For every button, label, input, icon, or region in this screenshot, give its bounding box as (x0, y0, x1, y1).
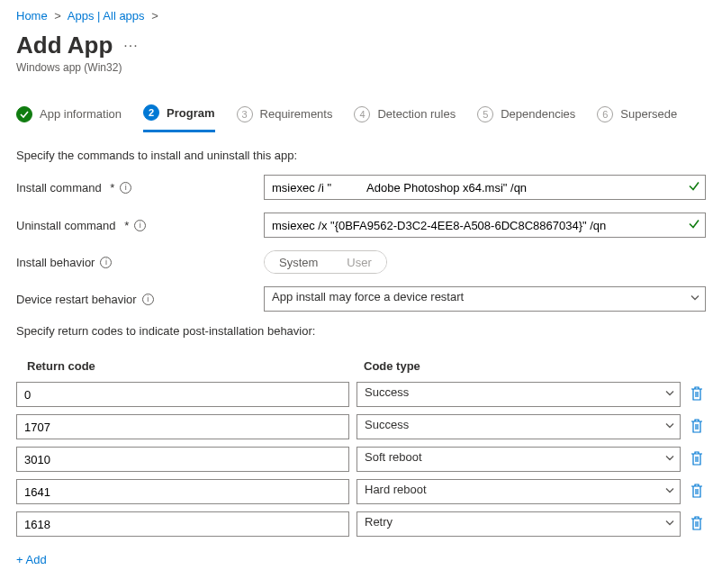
page-subtitle: Windows app (Win32) (16, 61, 706, 74)
step-number-icon: 2 (143, 104, 159, 121)
step-number-icon: 6 (597, 106, 613, 122)
return-code-input[interactable] (16, 447, 349, 472)
uninstall-command-label: Uninstall command * i (16, 219, 264, 232)
tab-label: App information (40, 107, 122, 121)
breadcrumb: Home > Apps | All apps > (16, 9, 706, 23)
code-type-select[interactable]: Retry (356, 511, 681, 537)
rc-header-code: Return code (16, 359, 358, 373)
tab-supersede[interactable]: 6 Supersede (597, 99, 677, 132)
step-number-icon: 4 (354, 106, 370, 122)
tab-dependencies[interactable]: 5 Dependencies (477, 99, 575, 132)
tab-label: Program (167, 106, 214, 120)
info-icon[interactable]: i (120, 182, 131, 194)
return-code-row: Retry (16, 511, 706, 537)
check-icon (688, 218, 700, 233)
tab-requirements[interactable]: 3 Requirements (237, 99, 333, 132)
install-behavior-label: Install behavior i (16, 256, 264, 269)
install-command-input[interactable] (264, 175, 706, 200)
code-type-select[interactable]: Success (356, 414, 681, 439)
return-code-input[interactable] (16, 382, 349, 407)
code-type-select[interactable]: Success (356, 382, 681, 407)
section-intro: Specify the commands to install and unin… (16, 149, 706, 162)
breadcrumb-sep: > (54, 9, 61, 23)
delete-row-button[interactable] (688, 450, 706, 468)
wizard-tabs: App information 2 Program 3 Requirements… (16, 99, 706, 132)
tab-detection-rules[interactable]: 4 Detection rules (354, 99, 456, 132)
return-code-row: Success (16, 382, 706, 407)
step-number-icon: 5 (477, 106, 493, 122)
delete-row-button[interactable] (688, 418, 706, 436)
code-type-select[interactable]: Soft reboot (356, 447, 681, 472)
tab-app-information[interactable]: App information (16, 99, 122, 132)
breadcrumb-sep: > (151, 9, 158, 23)
delete-row-button[interactable] (688, 385, 706, 403)
breadcrumb-home[interactable]: Home (16, 9, 48, 23)
install-behavior-toggle: System User (264, 250, 387, 274)
return-code-row: Soft reboot (16, 447, 706, 472)
info-icon[interactable]: i (100, 257, 112, 268)
tab-label: Dependencies (501, 107, 575, 121)
install-behavior-user[interactable]: User (332, 251, 385, 273)
tab-label: Detection rules (377, 107, 456, 121)
trash-icon (690, 451, 703, 468)
return-codes-intro: Specify return codes to indicate post-in… (16, 324, 706, 338)
info-icon[interactable]: i (142, 294, 154, 305)
return-code-row: Success (16, 414, 706, 439)
install-behavior-system[interactable]: System (265, 251, 332, 273)
step-number-icon: 3 (237, 106, 253, 122)
more-actions-icon[interactable]: ··· (123, 38, 138, 54)
return-code-input[interactable] (16, 414, 349, 439)
code-type-select[interactable]: Hard reboot (356, 479, 681, 504)
trash-icon (690, 386, 703, 403)
trash-icon (690, 484, 703, 501)
breadcrumb-apps[interactable]: Apps | All apps (68, 9, 145, 23)
trash-icon (690, 419, 703, 436)
return-code-input[interactable] (16, 479, 349, 504)
tab-program[interactable]: 2 Program (143, 99, 214, 132)
install-command-label: Install command * i (16, 181, 264, 194)
rc-header-type: Code type (358, 359, 706, 373)
delete-row-button[interactable] (688, 483, 706, 501)
tab-label: Supersede (620, 107, 677, 121)
check-icon (16, 106, 32, 122)
return-codes-table: Return code Code type SuccessSuccessSoft… (16, 354, 706, 537)
page-title: Add App (16, 32, 113, 59)
restart-behavior-label: Device restart behavior i (16, 293, 264, 306)
return-code-input[interactable] (16, 511, 349, 537)
uninstall-command-input[interactable] (264, 213, 706, 238)
trash-icon (690, 516, 703, 533)
delete-row-button[interactable] (688, 515, 706, 533)
add-return-code-link[interactable]: + Add (16, 553, 47, 566)
restart-behavior-select[interactable]: App install may force a device restart (264, 286, 706, 312)
tab-label: Requirements (260, 107, 333, 121)
info-icon[interactable]: i (134, 220, 146, 231)
return-code-row: Hard reboot (16, 479, 706, 504)
check-icon (688, 180, 700, 195)
